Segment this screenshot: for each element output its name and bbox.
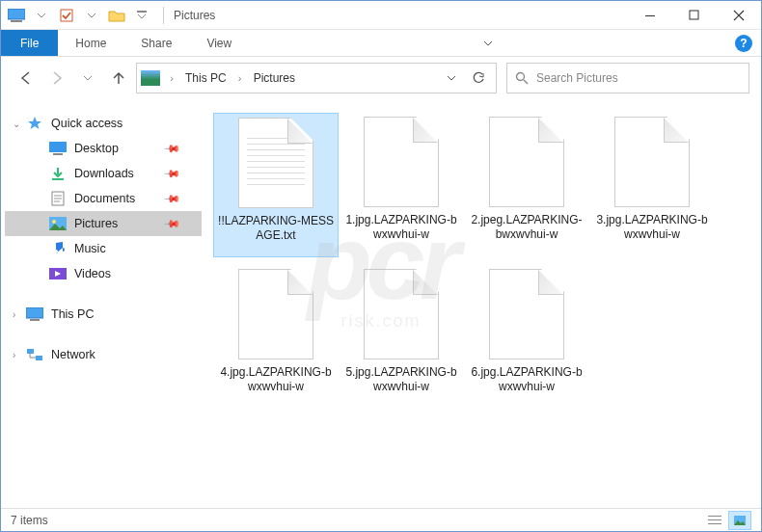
downloads-icon (49, 166, 67, 181)
refresh-button[interactable] (465, 65, 492, 92)
thumbnails-view-button[interactable] (728, 511, 751, 530)
chevron-right-icon[interactable]: › (232, 72, 248, 84)
window-controls (628, 1, 761, 30)
sidebar-item-label: Pictures (74, 217, 118, 230)
ribbon: File Home Share View ? (1, 30, 761, 57)
breadcrumb-dropdown-icon[interactable] (438, 65, 465, 92)
qat-dropdown-icon[interactable] (80, 4, 103, 27)
svg-point-16 (52, 220, 56, 224)
nav-recent-dropdown[interactable] (74, 65, 101, 92)
qat-dropdown-icon[interactable] (30, 4, 53, 27)
tab-share[interactable]: Share (123, 30, 189, 56)
sidebar-this-pc[interactable]: › This PC (5, 302, 202, 327)
file-label: 5.jpg.LAZPARKING-bwxwvhui-w (343, 365, 459, 394)
search-input[interactable]: Search Pictures (506, 63, 749, 93)
close-button[interactable] (717, 1, 761, 30)
qat-customize-icon[interactable] (130, 4, 153, 27)
sidebar-network[interactable]: › Network (5, 342, 202, 367)
file-item[interactable]: 2.jpeg.LAZPARKING-bwxwvhui-w (464, 113, 589, 257)
tab-view[interactable]: View (189, 30, 249, 56)
svg-rect-2 (61, 10, 72, 21)
svg-rect-3 (137, 11, 147, 13)
tab-home[interactable]: Home (58, 30, 123, 56)
sidebar-item-videos[interactable]: Videos (5, 261, 202, 286)
star-icon (26, 116, 43, 131)
file-item[interactable]: !!LAZPARKING-MESSAGE.txt (213, 113, 339, 257)
pin-icon: 📌 (162, 214, 180, 232)
navigation-bar: › This PC › Pictures Search Pictures (1, 57, 761, 99)
file-label: 1.jpg.LAZPARKING-bwxwvhui-w (343, 213, 459, 242)
sidebar-item-label: Quick access (51, 117, 122, 130)
chevron-down-icon[interactable]: ⌄ (13, 119, 20, 129)
breadcrumb-segment[interactable]: This PC (179, 71, 232, 85)
desktop-icon (49, 141, 67, 156)
file-item[interactable]: 6.jpg.LAZPARKING-bwxwvhui-w (464, 265, 589, 410)
nav-up-button[interactable] (105, 65, 132, 92)
file-label: 3.jpg.LAZPARKING-bwxwvhui-w (594, 213, 710, 242)
file-label: 6.jpg.LAZPARKING-bwxwvhui-w (469, 365, 585, 394)
file-item[interactable]: 1.jpg.LAZPARKING-bwxwvhui-w (339, 113, 464, 257)
file-item[interactable]: 3.jpg.LAZPARKING-bwxwvhui-w (589, 113, 715, 257)
minimize-button[interactable] (628, 1, 672, 30)
help-icon: ? (735, 35, 752, 52)
sidebar-item-pictures[interactable]: Pictures 📌 (5, 211, 202, 236)
titlebar: Pictures (1, 1, 761, 30)
sidebar-item-desktop[interactable]: Desktop 📌 (5, 136, 202, 161)
breadcrumb[interactable]: › This PC › Pictures (136, 63, 497, 93)
help-button[interactable]: ? (726, 30, 761, 56)
main-area: ⌄ Quick access Desktop 📌 Downloads 📌 Doc… (1, 99, 761, 508)
status-bar: 7 items (1, 508, 761, 531)
videos-icon (49, 266, 67, 281)
nav-forward-button[interactable] (43, 65, 70, 92)
chevron-right-icon[interactable]: › (13, 350, 15, 360)
details-view-button[interactable] (703, 511, 726, 530)
file-tab[interactable]: File (1, 30, 58, 56)
documents-icon (49, 191, 67, 206)
music-icon (49, 241, 67, 256)
item-count: 7 items (11, 514, 48, 527)
file-item[interactable]: 4.jpg.LAZPARKING-bwxwvhui-w (213, 265, 339, 410)
folder-icon[interactable] (105, 4, 128, 27)
svg-rect-18 (26, 307, 43, 318)
file-label: 4.jpg.LAZPARKING-bwxwvhui-w (218, 365, 334, 394)
view-mode-switcher (703, 511, 751, 530)
svg-rect-24 (708, 523, 721, 524)
properties-icon[interactable] (55, 4, 78, 27)
svg-point-6 (517, 73, 525, 81)
sidebar-item-downloads[interactable]: Downloads 📌 (5, 161, 202, 186)
breadcrumb-segment[interactable]: Pictures (248, 71, 301, 85)
svg-rect-19 (30, 319, 40, 321)
navigation-pane: ⌄ Quick access Desktop 📌 Downloads 📌 Doc… (1, 99, 205, 508)
file-label: !!LAZPARKING-MESSAGE.txt (218, 214, 334, 243)
svg-rect-21 (36, 356, 42, 360)
sidebar-item-label: This PC (51, 307, 94, 321)
chevron-right-icon[interactable]: › (164, 72, 179, 84)
explorer-icon (5, 4, 28, 27)
search-placeholder: Search Pictures (536, 71, 618, 85)
sidebar-quick-access[interactable]: ⌄ Quick access (5, 111, 202, 136)
file-item[interactable]: 5.jpg.LAZPARKING-bwxwvhui-w (339, 265, 464, 410)
sidebar-item-label: Documents (74, 192, 135, 205)
sidebar-item-label: Videos (74, 267, 111, 280)
sidebar-item-label: Network (51, 348, 95, 361)
pictures-icon (49, 216, 67, 231)
generic-file-icon (489, 269, 564, 359)
nav-back-button[interactable] (13, 65, 40, 92)
quick-access-toolbar (1, 1, 157, 29)
pin-icon: 📌 (162, 164, 180, 182)
svg-rect-0 (8, 9, 25, 19)
sidebar-item-label: Desktop (74, 142, 119, 155)
generic-file-icon (364, 117, 439, 207)
file-label: 2.jpeg.LAZPARKING-bwxwvhui-w (469, 213, 585, 242)
sidebar-item-music[interactable]: Music (5, 236, 202, 261)
svg-rect-1 (11, 20, 22, 22)
svg-rect-22 (708, 516, 721, 517)
sidebar-item-documents[interactable]: Documents 📌 (5, 186, 202, 211)
pictures-location-icon (141, 70, 160, 86)
file-list[interactable]: !!LAZPARKING-MESSAGE.txt1.jpg.LAZPARKING… (205, 99, 761, 508)
titlebar-divider (163, 7, 164, 24)
maximize-button[interactable] (672, 1, 717, 30)
svg-line-7 (524, 80, 528, 84)
ribbon-expand-icon[interactable] (475, 30, 502, 56)
chevron-right-icon[interactable]: › (13, 309, 15, 320)
